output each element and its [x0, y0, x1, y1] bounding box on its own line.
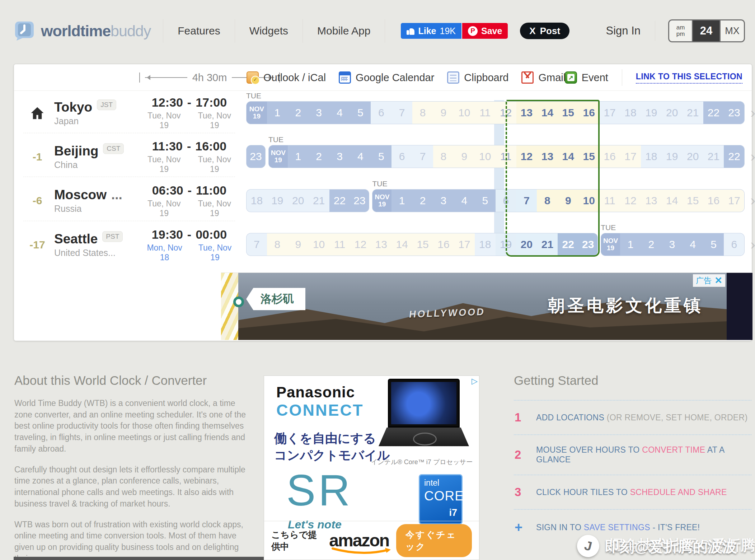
hour-tile[interactable]: 21 — [537, 233, 558, 256]
home-icon[interactable] — [23, 106, 51, 121]
scroll-right-chevron[interactable]: › — [750, 233, 755, 256]
hour-tile[interactable]: 9 — [433, 101, 454, 124]
hour-tile[interactable]: 21 — [703, 145, 724, 168]
hour-tile[interactable]: 5 — [350, 101, 371, 124]
amazon-logo[interactable]: amazon — [329, 532, 389, 549]
hour-tile[interactable]: 3 — [309, 101, 329, 124]
hour-tile[interactable]: 20 — [288, 189, 309, 212]
hour-tile[interactable]: 5 — [475, 189, 496, 212]
export-outlook[interactable]: Outlook / iCal — [247, 71, 326, 84]
hour-tile[interactable]: 8 — [433, 145, 454, 168]
event-button[interactable]: Event — [565, 71, 608, 84]
hour-tile[interactable]: 14 — [391, 233, 412, 256]
hour-tile[interactable]: 15 — [578, 145, 599, 168]
export-clip[interactable]: Clipboard — [447, 71, 508, 84]
hour-tile[interactable]: 23 — [350, 189, 369, 212]
facebook-like-button[interactable]: Like19K — [401, 23, 461, 39]
location-name[interactable]: Tokyo — [54, 100, 92, 115]
sign-in-link[interactable]: Sign In — [606, 24, 641, 37]
hour-tile[interactable]: 7 — [391, 101, 412, 124]
hour-tile[interactable]: 2 — [641, 233, 662, 256]
hour-tile[interactable]: 13 — [371, 233, 391, 256]
date-tile[interactable]: NOV19 — [372, 189, 391, 212]
hour-tile[interactable]: 22 — [558, 233, 578, 256]
ad-close-icon[interactable]: ✕ — [714, 275, 722, 286]
hour-tile[interactable]: 13 — [641, 189, 662, 212]
hour-tile[interactable]: 5 — [703, 233, 724, 256]
hour-tile[interactable]: 12 — [620, 189, 641, 212]
hour-tile[interactable]: 2 — [309, 145, 329, 168]
hour-tile[interactable]: 16 — [433, 233, 454, 256]
hour-tile[interactable]: 3 — [329, 145, 350, 168]
location-name[interactable]: Beijing — [54, 144, 98, 159]
hour-tile[interactable]: 7 — [246, 233, 267, 256]
hour-tile[interactable]: 9 — [558, 189, 578, 212]
link-to-selection[interactable]: LINK TO THIS SELECTION — [636, 72, 742, 84]
hour-tile[interactable]: 23 — [578, 233, 598, 256]
hour-tile[interactable]: 15 — [412, 233, 433, 256]
hour-tile[interactable]: 14 — [558, 145, 578, 168]
hour-tile[interactable]: 22 — [703, 101, 724, 124]
hour-tile[interactable]: 16 — [578, 101, 599, 124]
format-mx-option[interactable]: MX — [719, 20, 744, 41]
scroll-right-chevron[interactable]: › — [750, 145, 755, 168]
hour-tile[interactable]: 18 — [641, 145, 662, 168]
scroll-right-chevron[interactable]: › — [750, 189, 755, 212]
hour-tile[interactable]: 4 — [329, 101, 350, 124]
format-24h-option-selected[interactable]: 24 — [693, 20, 719, 41]
hour-tile[interactable]: 14 — [662, 189, 683, 212]
export-gmail[interactable]: Gmail — [521, 71, 566, 84]
hour-tile[interactable]: 3 — [662, 233, 683, 256]
panasonic-ad[interactable]: ▷ Panasonic CONNECT 働くを自由にする コンパクトモバイル イ… — [264, 375, 479, 560]
hour-tile[interactable]: 22 — [724, 145, 745, 168]
hour-tile[interactable]: 10 — [454, 101, 475, 124]
hour-tile[interactable]: 13 — [537, 145, 558, 168]
hour-tile[interactable]: 19 — [641, 101, 662, 124]
hour-tile[interactable]: 1 — [620, 233, 641, 256]
adchoices-icon[interactable]: ▷ — [472, 377, 478, 386]
date-tile[interactable]: NOV19 — [246, 101, 267, 124]
hour-tile[interactable]: 7 — [412, 145, 433, 168]
scroll-right-chevron[interactable]: › — [750, 101, 755, 124]
hour-tile[interactable]: 21 — [309, 189, 329, 212]
hour-tile[interactable]: 17 — [724, 189, 745, 212]
hour-tile[interactable]: 18 — [246, 189, 267, 212]
hour-tile[interactable]: 4 — [350, 145, 371, 168]
hour-tile[interactable]: 19 — [662, 145, 683, 168]
hour-tile[interactable]: 6 — [724, 233, 745, 256]
hour-tile[interactable]: 13 — [516, 101, 537, 124]
hour-tile[interactable]: 15 — [558, 101, 578, 124]
pinterest-save-button[interactable]: P Save — [462, 23, 508, 39]
hour-tile[interactable]: 6 — [371, 101, 391, 124]
hour-tile[interactable]: 8 — [537, 189, 558, 212]
hour-tile[interactable]: 11 — [329, 233, 350, 256]
hour-tile[interactable]: 8 — [267, 233, 288, 256]
hour-tile[interactable]: 10 — [309, 233, 329, 256]
hour-tile[interactable]: 1 — [267, 101, 288, 124]
hour-tile[interactable]: 8 — [412, 101, 433, 124]
hour-tile[interactable]: 11 — [599, 189, 620, 212]
nav-item-widgets[interactable]: Widgets — [235, 19, 303, 43]
hour-tile[interactable]: 19 — [496, 233, 516, 256]
hour-tile[interactable]: 5 — [371, 145, 391, 168]
hour-tile[interactable]: 10 — [475, 145, 496, 168]
export-gcal[interactable]: Google Calendar — [339, 71, 434, 84]
hour-tile[interactable]: 17 — [454, 233, 475, 256]
hour-tile[interactable]: 20 — [662, 101, 683, 124]
hour-tile[interactable]: 7 — [516, 189, 537, 212]
hour-tile[interactable]: 11 — [475, 101, 496, 124]
location-name[interactable]: Seattle — [54, 232, 98, 247]
save-settings-link[interactable]: SAVE SETTINGS — [584, 523, 650, 532]
nav-item-features[interactable]: Features — [163, 19, 234, 43]
hour-tile[interactable]: 20 — [683, 145, 703, 168]
hour-tile[interactable]: 11 — [496, 145, 516, 168]
hour-tile[interactable]: 18 — [475, 233, 496, 256]
hour-tile[interactable]: 23 — [246, 145, 266, 168]
hour-tile[interactable]: 20 — [516, 233, 537, 256]
hour-tile[interactable]: 3 — [433, 189, 454, 212]
site-logo[interactable]: worldtimebuddy — [13, 19, 151, 43]
date-tile[interactable]: NOV19 — [268, 145, 288, 168]
hour-tile[interactable]: 12 — [496, 101, 516, 124]
hour-tile[interactable]: 17 — [620, 145, 641, 168]
hour-tile[interactable]: 14 — [537, 101, 558, 124]
